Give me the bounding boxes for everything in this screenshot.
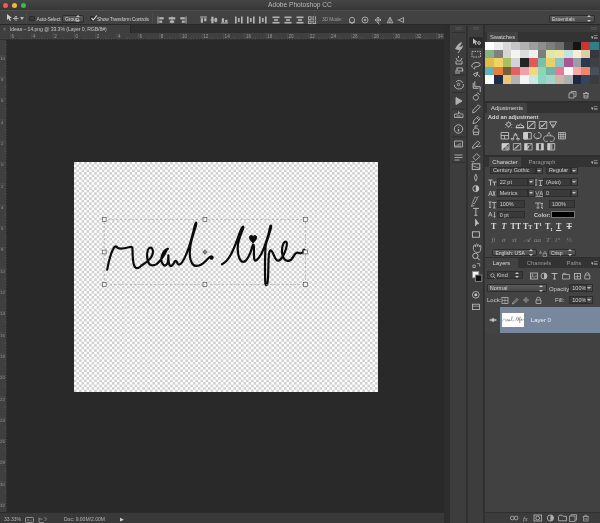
- svg-text:24: 24: [0, 418, 5, 423]
- svg-text:0: 0: [76, 34, 79, 39]
- svg-text:4: 4: [118, 34, 121, 39]
- svg-text:30: 30: [0, 482, 5, 487]
- svg-text:14: 14: [0, 311, 5, 316]
- svg-text:10: 10: [0, 269, 5, 274]
- svg-text:10: 10: [0, 56, 5, 61]
- svg-text:12: 12: [203, 34, 209, 39]
- svg-text:8: 8: [161, 34, 164, 39]
- svg-text:6: 6: [139, 34, 142, 39]
- svg-text:2: 2: [97, 34, 100, 39]
- svg-text:4: 4: [33, 34, 36, 39]
- svg-text:26: 26: [0, 439, 5, 444]
- svg-text:22: 22: [310, 34, 316, 39]
- svg-text:12: 12: [0, 290, 5, 295]
- svg-text:14: 14: [225, 34, 231, 39]
- svg-text:6: 6: [12, 34, 15, 39]
- svg-text:30: 30: [395, 34, 401, 39]
- svg-text:28: 28: [0, 460, 5, 465]
- svg-text:10: 10: [182, 34, 188, 39]
- svg-text:18: 18: [267, 34, 273, 39]
- svg-text:2: 2: [54, 34, 57, 39]
- svg-text:24: 24: [331, 34, 337, 39]
- svg-text:32: 32: [0, 503, 5, 508]
- svg-text:16: 16: [0, 333, 5, 338]
- svg-text:26: 26: [352, 34, 358, 39]
- svg-text:16: 16: [246, 34, 252, 39]
- svg-text:20: 20: [0, 375, 5, 380]
- svg-text:fx: fx: [523, 515, 528, 522]
- svg-text:32: 32: [416, 34, 422, 39]
- svg-text:18: 18: [0, 354, 5, 359]
- svg-text:28: 28: [374, 34, 380, 39]
- svg-text:34: 34: [438, 34, 444, 39]
- svg-text:a: a: [539, 250, 542, 255]
- svg-text:20: 20: [289, 34, 295, 39]
- svg-text:22: 22: [0, 397, 5, 402]
